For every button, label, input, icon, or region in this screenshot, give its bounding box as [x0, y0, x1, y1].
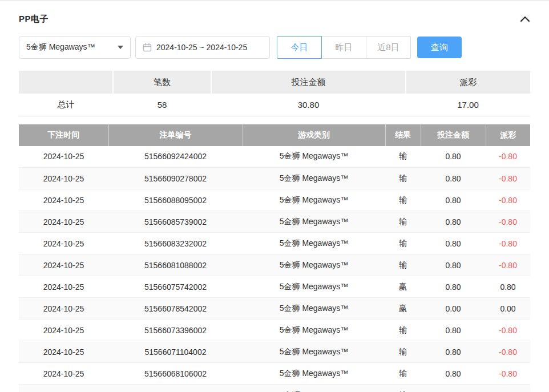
cell-bet-amount: 0.80: [421, 146, 486, 168]
cell-bet-time: 2024-10-25: [19, 385, 108, 392]
date-range-input[interactable]: 2024-10-25 ~ 2024-10-25: [135, 36, 270, 59]
summary-header-bet-amount: 投注金额: [211, 71, 406, 94]
table-row: 2024-10-25 51566092424002 5金狮 Megaways™ …: [19, 146, 530, 168]
table-row: 2024-10-25 51566068106002 5金狮 Megaways™ …: [19, 363, 530, 385]
table-row: 2024-10-25 51566065809002 5金狮 Megaways™ …: [19, 385, 530, 392]
cell-bet-time: 2024-10-25: [19, 363, 108, 385]
cell-result: 输: [385, 189, 421, 211]
panel-header: PP电子: [19, 1, 530, 36]
cell-payout: -0.80: [486, 168, 530, 189]
summary-total-label: 总计: [19, 94, 113, 116]
cell-game-category: 5金狮 Megaways™: [243, 385, 385, 392]
cell-payout: -0.80: [486, 363, 530, 385]
bet-table-body: 2024-10-25 51566092424002 5金狮 Megaways™ …: [19, 146, 530, 392]
cell-bet-time: 2024-10-25: [19, 168, 108, 189]
filter-bar: 5金狮 Megaways™ 2024-10-25 ~ 2024-10-25 今日…: [19, 36, 530, 59]
summary-header-row: 笔数 投注金额 派彩: [19, 71, 530, 94]
cell-bet-time: 2024-10-25: [19, 298, 108, 320]
cell-game-category: 5金狮 Megaways™: [243, 298, 385, 320]
calendar-icon: [143, 43, 152, 52]
col-header-result: 结果: [385, 124, 421, 146]
summary-header-payout: 派彩: [406, 71, 530, 94]
cell-bet-amount: 0.80: [421, 341, 486, 363]
cell-payout: -0.80: [486, 385, 530, 392]
col-header-payout: 派彩: [486, 124, 530, 146]
col-header-bet-amount: 投注金额: [421, 124, 486, 146]
table-row: 2024-10-25 51566078542002 5金狮 Megaways™ …: [19, 298, 530, 320]
cell-result: 输: [385, 254, 421, 276]
cell-bet-amount: 0.00: [421, 298, 486, 320]
cell-result: 输: [385, 363, 421, 385]
cell-game-category: 5金狮 Megaways™: [243, 146, 385, 168]
cell-bet-time: 2024-10-25: [19, 254, 108, 276]
cell-game-category: 5金狮 Megaways™: [243, 363, 385, 385]
cell-payout: -0.80: [486, 189, 530, 211]
cell-game-category: 5金狮 Megaways™: [243, 211, 385, 233]
last-8-days-button[interactable]: 近8日: [366, 36, 411, 59]
game-select-value: 5金狮 Megaways™: [26, 42, 95, 52]
cell-order-id: 51566081088002: [108, 254, 243, 276]
col-header-game-category: 游戏类别: [243, 124, 385, 146]
cell-bet-amount: 0.80: [421, 363, 486, 385]
quick-date-button-group: 今日 昨日 近8日: [277, 36, 411, 59]
cell-bet-time: 2024-10-25: [19, 189, 108, 211]
cell-payout: -0.80: [486, 254, 530, 276]
cell-bet-time: 2024-10-25: [19, 341, 108, 363]
date-range-value: 2024-10-25 ~ 2024-10-25: [156, 43, 247, 52]
cell-result: 输: [385, 168, 421, 189]
chevron-up-icon: [520, 16, 530, 23]
table-row: 2024-10-25 51566075742002 5金狮 Megaways™ …: [19, 276, 530, 298]
summary-payout-value: 17.00: [406, 94, 530, 116]
table-row: 2024-10-25 51566090278002 5金狮 Megaways™ …: [19, 168, 530, 189]
collapse-panel-button[interactable]: [520, 16, 530, 23]
chevron-down-icon: [118, 46, 123, 49]
cell-result: 输: [385, 211, 421, 233]
yesterday-button[interactable]: 昨日: [321, 36, 366, 59]
cell-order-id: 51566075742002: [108, 276, 243, 298]
cell-bet-amount: 0.80: [421, 276, 486, 298]
query-button[interactable]: 查询: [417, 37, 462, 58]
cell-order-id: 51566078542002: [108, 298, 243, 320]
cell-bet-amount: 0.80: [421, 168, 486, 189]
cell-game-category: 5金狮 Megaways™: [243, 189, 385, 211]
cell-result: 赢: [385, 298, 421, 320]
cell-bet-time: 2024-10-25: [19, 146, 108, 168]
summary-header-empty: [19, 71, 113, 94]
bet-table-header-row: 下注时间 注单编号 游戏类别 结果 投注金额 派彩: [19, 124, 530, 146]
cell-game-category: 5金狮 Megaways™: [243, 320, 385, 341]
cell-order-id: 51566071104002: [108, 341, 243, 363]
bet-records-table: 下注时间 注单编号 游戏类别 结果 投注金额 派彩 2024-10-25 515…: [19, 124, 530, 392]
cell-order-id: 51566065809002: [108, 385, 243, 392]
cell-game-category: 5金狮 Megaways™: [243, 341, 385, 363]
cell-result: 赢: [385, 276, 421, 298]
summary-header-count: 笔数: [113, 71, 211, 94]
cell-bet-amount: 0.80: [421, 320, 486, 341]
cell-payout: -0.80: [486, 341, 530, 363]
cell-bet-amount: 0.80: [421, 385, 486, 392]
cell-result: 输: [385, 385, 421, 392]
cell-game-category: 5金狮 Megaways™: [243, 168, 385, 189]
table-row: 2024-10-25 51566088095002 5金狮 Megaways™ …: [19, 189, 530, 211]
table-row: 2024-10-25 51566081088002 5金狮 Megaways™ …: [19, 254, 530, 276]
cell-bet-time: 2024-10-25: [19, 320, 108, 341]
cell-order-id: 51566085739002: [108, 211, 243, 233]
summary-total-row: 总计 58 30.80 17.00: [19, 94, 530, 116]
page-title: PP电子: [19, 14, 49, 25]
cell-bet-amount: 0.80: [421, 189, 486, 211]
cell-game-category: 5金狮 Megaways™: [243, 233, 385, 254]
cell-payout: -0.80: [486, 233, 530, 254]
cell-payout: -0.80: [486, 211, 530, 233]
table-row: 2024-10-25 51566071104002 5金狮 Megaways™ …: [19, 341, 530, 363]
cell-bet-time: 2024-10-25: [19, 211, 108, 233]
cell-bet-time: 2024-10-25: [19, 233, 108, 254]
cell-payout: -0.80: [486, 146, 530, 168]
today-button[interactable]: 今日: [277, 36, 322, 59]
game-select[interactable]: 5金狮 Megaways™: [19, 36, 131, 59]
table-row: 2024-10-25 51566083232002 5金狮 Megaways™ …: [19, 233, 530, 254]
cell-game-category: 5金狮 Megaways™: [243, 254, 385, 276]
cell-bet-time: 2024-10-25: [19, 276, 108, 298]
cell-order-id: 51566092424002: [108, 146, 243, 168]
summary-bet-amount-value: 30.80: [211, 94, 406, 116]
col-header-bet-time: 下注时间: [19, 124, 108, 146]
summary-table: 笔数 投注金额 派彩 总计 58 30.80 17.00: [19, 71, 530, 117]
